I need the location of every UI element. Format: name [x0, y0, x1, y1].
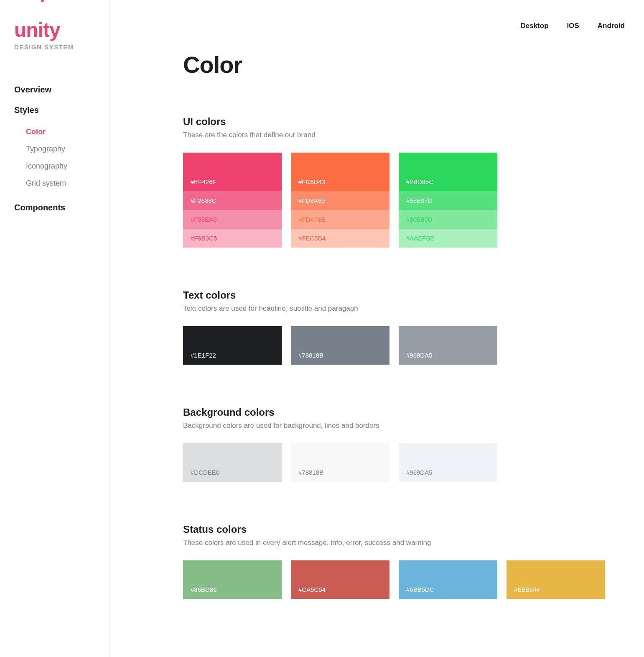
- logo-subtitle: DESIGN SYSTEM: [14, 43, 109, 51]
- logo-dot-icon: [41, 0, 44, 2]
- group-description: These are the colors that define our bra…: [183, 131, 629, 139]
- swatch-row: #1E1F22#78818B#969DA5: [183, 326, 629, 365]
- swatch-column: #86BD86: [183, 560, 282, 599]
- color-swatch: #CA5C54: [291, 560, 389, 599]
- swatch-column: #78818B: [291, 443, 389, 482]
- group-description: Text colors are used for headline, subti…: [183, 304, 629, 313]
- sidebar: unity DESIGN SYSTEM Overview Styles Colo…: [0, 0, 109, 657]
- color-group: UI colorsThese are the colors that defin…: [183, 116, 629, 248]
- color-swatch: #E8B644: [507, 560, 605, 599]
- swatch-column: #E8B644: [507, 560, 605, 599]
- color-swatch: #FEC5B4: [291, 229, 389, 248]
- logo-text: unity: [14, 20, 109, 40]
- group-title: Text colors: [183, 289, 629, 301]
- color-group: Background colorsBackground colors are u…: [183, 406, 629, 482]
- main-content: Desktop IOS Android Color UI colorsThese…: [109, 0, 644, 657]
- swatch-column: #969DA5: [399, 326, 497, 365]
- group-title: Background colors: [183, 406, 629, 418]
- group-description: These colors are used in every alert mes…: [183, 539, 629, 547]
- swatch-column: #6BB5DC: [399, 560, 497, 599]
- tab-android[interactable]: Android: [598, 22, 625, 30]
- color-swatch: #AAEFBE: [399, 229, 497, 248]
- swatch-row: #DCDEE0#78818B#969DA5: [183, 443, 629, 482]
- swatch-column: #DCDEE0: [183, 443, 282, 482]
- color-swatch: #FDA78E: [291, 210, 389, 229]
- color-swatch: #FD8A69: [291, 191, 389, 210]
- color-swatch: #80E89D: [399, 210, 497, 229]
- group-title: UI colors: [183, 116, 629, 128]
- color-swatch: #EF426F: [183, 153, 282, 191]
- color-swatch: #DCDEE0: [183, 443, 282, 482]
- color-swatch: #55E07D: [399, 191, 497, 210]
- color-group: Status colorsThese colors are used in ev…: [183, 524, 629, 599]
- page-title: Color: [183, 51, 629, 78]
- sidebar-nav: Overview Styles Color Typography Iconogr…: [14, 85, 109, 212]
- color-swatch: #F58EA9: [183, 210, 282, 229]
- swatch-column: #FC6D43#FD8A69#FDA78E#FEC5B4: [291, 153, 389, 248]
- platform-tabs: Desktop IOS Android: [183, 0, 629, 30]
- color-swatch: #FC6D43: [291, 153, 389, 191]
- nav-sub-color[interactable]: Color: [26, 123, 109, 141]
- swatch-row: #EF426F#F2688C#F58EA9#F9B3C5#FC6D43#FD8A…: [183, 153, 629, 248]
- swatch-column: #1E1F22: [183, 326, 282, 365]
- nav-styles-sublist: Color Typography Iconography Grid system: [26, 123, 109, 192]
- nav-overview[interactable]: Overview: [14, 85, 109, 95]
- color-swatch: #86BD86: [183, 560, 282, 599]
- color-swatch: #1E1F22: [183, 326, 282, 365]
- swatch-row: #86BD86#CA5C54#6BB5DC#E8B644: [183, 560, 629, 599]
- color-swatch: #F2688C: [183, 191, 282, 210]
- swatch-column: #EF426F#F2688C#F58EA9#F9B3C5: [183, 153, 282, 248]
- nav-sub-typography[interactable]: Typography: [26, 141, 109, 158]
- tab-desktop[interactable]: Desktop: [520, 22, 548, 30]
- nav-styles[interactable]: Styles: [14, 105, 109, 115]
- nav-sub-grid-system[interactable]: Grid system: [26, 175, 109, 192]
- color-swatch: #2BD85C: [399, 153, 497, 191]
- color-group: Text colorsText colors are used for head…: [183, 289, 629, 365]
- nav-components[interactable]: Components: [14, 203, 109, 212]
- logo: unity DESIGN SYSTEM: [14, 20, 109, 51]
- tab-ios[interactable]: IOS: [567, 22, 579, 30]
- swatch-column: #2BD85C#55E07D#80E89D#AAEFBE: [399, 153, 497, 248]
- color-swatch: #6BB5DC: [399, 560, 497, 599]
- color-swatch: #969DA5: [399, 326, 497, 365]
- swatch-column: #78818B: [291, 326, 389, 365]
- color-swatch: #F9B3C5: [183, 229, 282, 248]
- swatch-column: #CA5C54: [291, 560, 389, 599]
- group-description: Background colors are used for backgroun…: [183, 422, 629, 430]
- nav-sub-iconography[interactable]: Iconography: [26, 158, 109, 175]
- color-swatch: #78818B: [291, 326, 389, 365]
- color-swatch: #969DA5: [399, 443, 497, 482]
- group-title: Status colors: [183, 524, 629, 535]
- swatch-column: #969DA5: [399, 443, 497, 482]
- color-swatch: #78818B: [291, 443, 389, 482]
